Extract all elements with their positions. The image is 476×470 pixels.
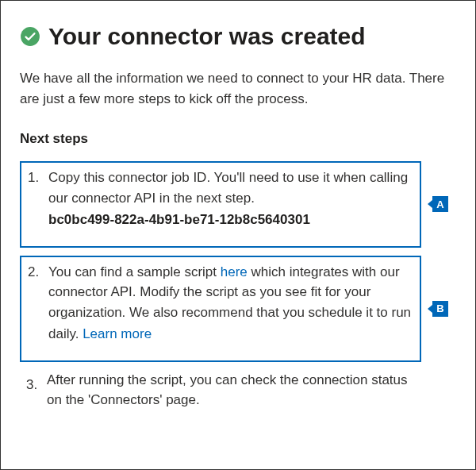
- callout-label-b: B: [432, 301, 448, 317]
- steps-list: Copy this connector job ID. You'll need …: [20, 161, 421, 410]
- step-3: After running the script, you can check …: [20, 370, 421, 410]
- step-2: You can find a sample script here which …: [21, 262, 415, 345]
- callout-label-a: A: [432, 196, 448, 212]
- step-1-box-wrapper: Copy this connector job ID. You'll need …: [20, 161, 421, 248]
- header-row: Your connector was created: [20, 23, 456, 49]
- connector-job-id: bc0bc499-822a-4b91-be71-12b8c5640301: [48, 210, 415, 230]
- step-2-text-before: You can find a sample script: [48, 264, 221, 279]
- step-2-box-wrapper: You can find a sample script here which …: [20, 256, 421, 362]
- step-2-callout-box: You can find a sample script here which …: [20, 256, 421, 362]
- page-title: Your connector was created: [48, 23, 366, 49]
- svg-point-0: [21, 27, 40, 46]
- step-1: Copy this connector job ID. You'll need …: [21, 168, 415, 230]
- steps-container: Copy this connector job ID. You'll need …: [20, 161, 456, 410]
- sample-script-link[interactable]: here: [221, 264, 248, 279]
- step-1-callout-box: Copy this connector job ID. You'll need …: [20, 161, 421, 248]
- step-1-text: Copy this connector job ID. You'll need …: [48, 170, 408, 206]
- learn-more-link[interactable]: Learn more: [83, 324, 152, 345]
- next-steps-heading: Next steps: [20, 131, 456, 147]
- success-checkmark-icon: [20, 26, 40, 47]
- step-3-text: After running the script, you can check …: [47, 372, 408, 408]
- intro-text: We have all the information we need to c…: [20, 68, 456, 109]
